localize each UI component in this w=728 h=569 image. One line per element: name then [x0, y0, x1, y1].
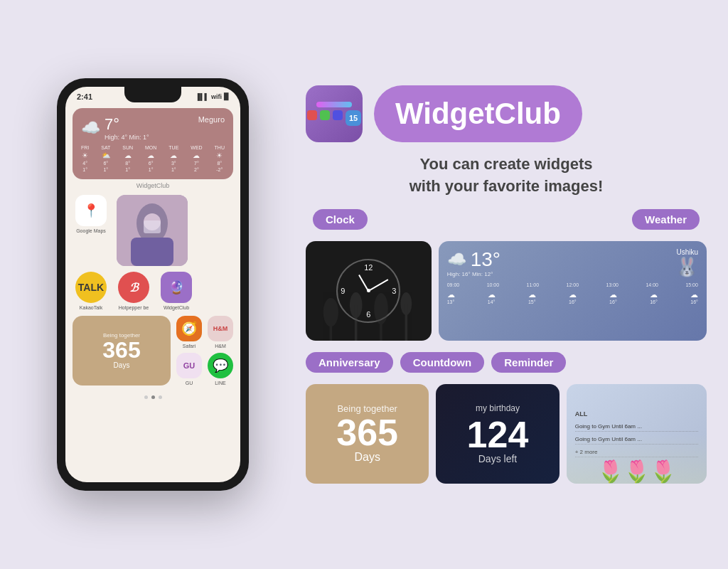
photo-widget: [117, 195, 188, 266]
app-hm: H&M H&M: [208, 316, 233, 349]
kakao-icon: TALK: [75, 272, 107, 303]
clock-preview-widget: 12 3 6 9: [306, 241, 432, 341]
preview-row-2: Being together 365 Days my birthday 124 …: [306, 384, 707, 484]
bottom-icons-group: 🧭 Safari H&M H&M GU: [176, 316, 233, 385]
weather-preview-widget: ☁️ 13° High: 16° Min: 12° Ushiku 🐰 09:00…: [439, 241, 707, 341]
phone-mockup: 2:41 ▐▌▌ wifi ▉ ☁️ 7°: [57, 78, 249, 491]
ann-number-small: 365: [102, 339, 140, 361]
kakao-label: KakaoTalk: [80, 305, 102, 310]
brand-header: 15 WidgetClub: [306, 85, 707, 142]
apps-row-2: TALK KakaoTalk ℬ Hotpepper be 🔮 WidgetCl…: [73, 272, 233, 310]
wp-right: Ushiku 🐰: [675, 248, 698, 278]
page-dot-2: [151, 395, 155, 399]
weather-days: FRI☀4°1° SAT⛅6°1° SUN☁8°1° MON☁6°1° TUE☁…: [81, 145, 225, 172]
wp-cloud-icon: ☁️: [447, 250, 466, 269]
widgetclub-label: WidgetClub: [164, 305, 189, 310]
phone-weather-widget: ☁️ 7° High: 4° Min: 1° Meguro FRI☀4°1° S…: [73, 108, 233, 179]
wp-location: Ushiku: [675, 248, 698, 256]
battery-icon: ▉: [224, 93, 229, 100]
app-line: 💬 LINE: [208, 353, 233, 385]
hotpepper-icon: ℬ: [118, 272, 149, 303]
app-icon-large: 15: [306, 85, 363, 142]
tagline-line1: You can create widgets: [420, 155, 593, 173]
svg-rect-10: [380, 309, 382, 341]
wp-temps: 13°14°15°16°16°16°16°: [447, 299, 698, 304]
weather-day: THU☀8°-2°: [215, 145, 225, 172]
wp-hours: 09:0010:0011:0012:0013:0014:0015:00: [447, 282, 698, 287]
ann-being-small: Being together: [103, 332, 140, 339]
minute-hand: [368, 279, 388, 291]
status-time: 2:41: [77, 92, 92, 101]
weather-minmax: High: 4° Min: 1°: [105, 134, 149, 141]
weather-day: MON☁6°1°: [145, 145, 156, 172]
widget-label-weather: WidgetClub: [73, 182, 233, 189]
app-item-kakao: TALK KakaoTalk: [75, 272, 107, 310]
svg-rect-12: [405, 304, 408, 341]
anniversary-preview-widget: Being together 365 Days: [306, 384, 429, 484]
anniversary-badge: Anniversary: [306, 352, 393, 373]
cd-label: my birthday: [476, 403, 520, 413]
wp-top: ☁️ 13° High: 16° Min: 12° Ushiku 🐰: [447, 248, 698, 278]
svg-rect-4: [144, 220, 161, 233]
bottom-icons-row-1: 🧭 Safari H&M H&M: [176, 316, 233, 349]
weather-location: Meguro: [198, 115, 225, 124]
safari-icon: 🧭: [176, 316, 202, 341]
reminder-badge: Reminder: [491, 352, 566, 373]
icon-dots: 15: [307, 110, 361, 126]
brand-name-pill: WidgetClub: [374, 85, 582, 142]
weather-top: ☁️ 7° High: 4° Min: 1° Meguro: [81, 115, 225, 141]
icon-stripe: [316, 102, 352, 107]
rabbit-icon: 🐰: [675, 256, 698, 277]
app-item-maps: 📍 Google Maps: [75, 195, 107, 266]
cd-number: 124: [467, 416, 529, 453]
bottom-widgets: Being together 365 Days 🧭 Safari: [73, 316, 233, 385]
info-section: 15 WidgetClub You can create widgets wit…: [306, 85, 707, 484]
phone-content: ☁️ 7° High: 4° Min: 1° Meguro FRI☀4°1° S…: [65, 104, 240, 482]
wp-weather-icons: ☁☁☁☁☁☁☁: [447, 290, 698, 299]
dot-blue: [333, 110, 343, 120]
countdown-badge: Countdown: [400, 352, 484, 373]
hotpepper-label: Hotpepper be: [119, 305, 149, 310]
weather-day: WED☁7°2°: [191, 145, 202, 172]
reminder-preview-widget: ALL Going to Gym Until 6am ... Going to …: [567, 384, 707, 484]
reminder-item-1: Going to Gym Until 6am ...: [575, 422, 698, 432]
cd-days: Days left: [478, 453, 517, 464]
widgetclub-small-icon: 🔮: [161, 272, 192, 303]
bottom-icons-row-2: GU GU 💬 LINE: [176, 353, 233, 385]
clock-12: 12: [364, 263, 373, 272]
line-icon: 💬: [208, 353, 233, 378]
hm-icon: H&M: [208, 316, 233, 341]
clock-badge: Clock: [313, 209, 368, 230]
phone-notch: [124, 87, 181, 102]
dot-green: [320, 110, 330, 120]
tagline: You can create widgets with your favorit…: [306, 154, 707, 198]
cloud-icon: ☁️: [81, 119, 100, 137]
wifi-icon: wifi: [211, 93, 222, 100]
ann-pre-days: Days: [354, 451, 380, 464]
status-icons: ▐▌▌ wifi ▉: [196, 93, 229, 100]
reminder-all: ALL: [575, 410, 698, 418]
svg-rect-2: [131, 238, 173, 266]
weather-temp: 7°: [105, 115, 149, 134]
badge-row-2: Anniversary Countdown Reminder: [306, 352, 707, 373]
app-item-widgetclub: 🔮 WidgetClub: [161, 272, 192, 310]
brand-name: WidgetClub: [395, 97, 561, 130]
app-gu: GU GU: [176, 353, 202, 385]
phone-section: 2:41 ▐▌▌ wifi ▉ ☁️ 7°: [21, 78, 284, 491]
tagline-line2: with your favorite images!: [410, 177, 604, 195]
svg-rect-8: [355, 305, 358, 341]
weather-day: SUN☁8°1°: [122, 145, 133, 172]
page-dot-3: [159, 395, 162, 399]
weather-left: ☁️ 7° High: 4° Min: 1°: [81, 115, 149, 141]
wp-temp: 13°: [471, 248, 500, 271]
gu-icon: GU: [176, 353, 202, 378]
countdown-preview-widget: my birthday 124 Days left: [436, 384, 559, 484]
weather-day: FRI☀4°1°: [81, 145, 89, 172]
ann-pre-being: Being together: [337, 403, 397, 414]
anniversary-widget-small: Being together 365 Days: [73, 316, 171, 385]
dot-red: [307, 110, 317, 120]
app-item-hotpepper: ℬ Hotpepper be: [118, 272, 149, 310]
badge-row-1: Clock Weather: [306, 209, 707, 230]
signal-icon: ▐▌▌: [196, 93, 209, 100]
main-container: 2:41 ▐▌▌ wifi ▉ ☁️ 7°: [0, 0, 728, 569]
